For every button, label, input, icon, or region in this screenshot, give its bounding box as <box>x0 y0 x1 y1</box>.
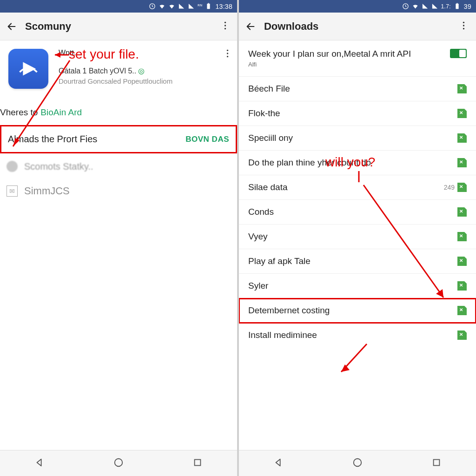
header-row-sub: Alfi <box>248 61 450 68</box>
overflow-menu[interactable] <box>219 21 231 32</box>
svg-rect-17 <box>456 4 458 9</box>
file-item[interactable]: Vyey <box>239 225 476 249</box>
file-item[interactable]: Syler <box>239 274 476 298</box>
list-item[interactable]: ✉ SimmJCS <box>0 179 237 203</box>
status-bar: ᴿᴺ 13:38 <box>0 0 237 13</box>
nav-recent-button[interactable] <box>431 457 442 469</box>
list-item-label: SimmJCS <box>24 185 70 197</box>
svg-point-7 <box>227 50 228 51</box>
file-item-label: Install mediminee <box>248 330 457 340</box>
xlsx-icon <box>457 207 467 217</box>
svg-point-3 <box>224 21 225 23</box>
svg-point-21 <box>463 28 464 29</box>
svg-rect-2 <box>208 3 210 4</box>
svg-point-22 <box>354 458 362 466</box>
app-subtitle: Gátala 1 Batch yOVl 5..◎ <box>59 66 229 75</box>
nav-back-button[interactable] <box>273 457 284 469</box>
signal-icon <box>188 3 195 10</box>
file-item-label: Silae data <box>248 182 444 192</box>
clock-icon <box>149 3 156 10</box>
file-item[interactable]: Speciill ony <box>239 126 476 151</box>
nav-home-button[interactable] <box>113 457 124 469</box>
app-icon <box>8 49 48 89</box>
svg-point-9 <box>227 56 228 57</box>
svg-point-8 <box>227 53 228 54</box>
right-screenshot: 1.7: 39 Downloads Week your I plan sur o… <box>239 0 476 476</box>
xlsx-icon <box>457 158 467 167</box>
file-item-label: Béech File <box>248 84 457 94</box>
nav-bar <box>239 450 476 476</box>
file-item-label: Detembernet costing <box>248 305 457 316</box>
svg-rect-11 <box>195 459 201 465</box>
app-description: Dourtrad Goncsaled Popeuttloucliom <box>59 77 229 85</box>
row-label: Almads the Prort Fies <box>8 134 97 145</box>
battery-icon <box>205 3 212 10</box>
verified-icon: ◎ <box>138 67 145 75</box>
file-item[interactable]: Install mediminee <box>239 323 476 347</box>
back-button[interactable] <box>245 21 259 32</box>
back-button[interactable] <box>7 21 20 32</box>
info-icon <box>7 161 18 172</box>
svg-rect-23 <box>434 459 440 465</box>
file-item[interactable]: Flok-the <box>239 101 476 126</box>
xlsx-icon <box>457 331 467 340</box>
clock-time: 39 <box>464 3 471 10</box>
xlsx-icon <box>457 281 467 291</box>
file-item[interactable]: Do the plan thine yher count do <box>239 151 476 175</box>
signal-icon <box>178 3 185 10</box>
nav-back-button[interactable] <box>34 457 45 469</box>
nav-recent-button[interactable] <box>192 457 203 469</box>
file-item-label: Play af apk Tale <box>248 256 457 266</box>
content-area: Wntt. Gátala 1 Batch yOVl 5..◎ Dourtrad … <box>0 40 237 450</box>
battery-text: 1.7: <box>441 3 451 10</box>
svg-point-4 <box>224 25 225 26</box>
toggle-switch[interactable] <box>450 49 467 58</box>
xlsx-icon <box>457 232 467 241</box>
file-item[interactable]: Play af apk Tale <box>239 249 476 274</box>
app-card: Wntt. Gátala 1 Batch yOVl 5..◎ Dourtrad … <box>0 40 237 93</box>
content-area: Week your I plan sur on,Meetal A mrit AP… <box>239 40 476 450</box>
file-item-highlighted[interactable]: Detembernet costing <box>239 298 476 323</box>
svg-point-5 <box>224 28 225 29</box>
file-item-count: 249 <box>444 184 455 191</box>
file-item-label: Flok-the <box>248 108 457 119</box>
page-title: Downloads <box>264 20 458 33</box>
wifi-icon <box>412 3 419 10</box>
file-item[interactable]: Silae data 249 <box>239 175 476 200</box>
app-bar: Downloads <box>239 13 476 40</box>
mail-icon: ✉ <box>7 185 18 197</box>
left-screenshot: ᴿᴺ 13:38 Scomuny Wntt. <box>0 0 237 476</box>
xlsx-icon <box>457 257 467 266</box>
overflow-menu[interactable] <box>458 21 469 32</box>
app-title-line: Wntt. <box>59 49 229 57</box>
header-row[interactable]: Week your I plan sur on,Meetal A mrit AP… <box>239 40 476 77</box>
clock-time: 13:38 <box>215 3 232 10</box>
file-item-label: Speciill ony <box>248 133 457 143</box>
nav-home-button[interactable] <box>352 457 363 469</box>
list-item-label: Scomots Statky.. <box>24 161 93 172</box>
file-item[interactable]: Conds <box>239 200 476 225</box>
network-indicator: ᴿᴺ <box>198 3 203 9</box>
app-bar: Scomuny <box>0 13 237 40</box>
svg-point-10 <box>115 458 123 466</box>
list-item[interactable]: Scomots Statky.. <box>0 153 237 179</box>
svg-point-19 <box>463 21 464 23</box>
section-header: Vheres toBioAin Ard <box>0 93 237 122</box>
highlighted-row[interactable]: Almads the Prort Fies BOVN DAS <box>0 125 237 153</box>
nav-bar <box>0 450 237 476</box>
action-button[interactable]: BOVN DAS <box>185 135 229 144</box>
wifi-icon <box>159 3 165 10</box>
xlsx-icon <box>457 183 467 192</box>
svg-point-20 <box>463 25 464 26</box>
file-item-label: Vyey <box>248 231 457 242</box>
card-overflow-menu[interactable] <box>226 49 229 60</box>
svg-rect-1 <box>207 4 210 9</box>
page-title: Scomuny <box>25 20 219 33</box>
svg-rect-18 <box>456 3 458 4</box>
clock-icon <box>402 3 409 10</box>
file-item-label: Syler <box>248 281 457 291</box>
file-item[interactable]: Béech File <box>239 77 476 101</box>
xlsx-icon <box>457 306 467 315</box>
file-item-label: Do the plan thine yher count do <box>248 158 457 168</box>
header-row-label: Week your I plan sur on,Meetal A mrit AP… <box>248 49 411 59</box>
